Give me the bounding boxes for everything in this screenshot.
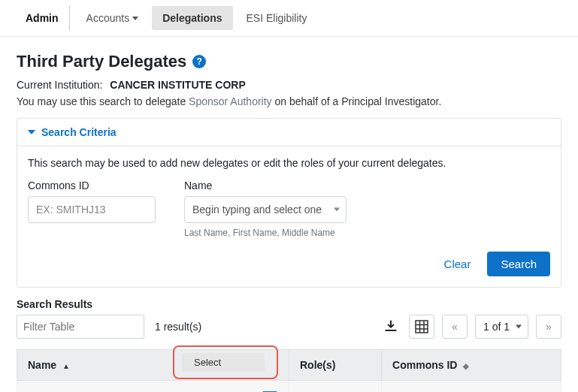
download-icon [383, 319, 398, 334]
table-row: SMITH, Joe ••• PI SMITH [17, 381, 561, 393]
menu-item-select[interactable]: Select [182, 353, 265, 372]
svg-rect-0 [416, 321, 428, 333]
hint-post: on behalf of a Principal Investigator. [272, 95, 442, 107]
page-title: Third Party Delegates ? [17, 52, 561, 71]
institution-name: CANCER INSTITUTE CORP [110, 79, 245, 91]
hint-pre: You may use this search to delegate [17, 95, 189, 107]
nav-esi[interactable]: ESI Eligibility [236, 6, 318, 30]
col-commons[interactable]: Commons ID ◆ [382, 350, 561, 381]
pager-next-button[interactable]: » [536, 315, 561, 339]
chevron-down-icon [516, 325, 522, 329]
panel-header[interactable]: Search Criteria [17, 119, 561, 146]
cell-commons: SMITH [382, 381, 561, 393]
cell-roles: PI [289, 381, 382, 393]
grid-view-button[interactable] [409, 315, 434, 339]
institution-label: Current Institution: [17, 79, 102, 91]
name-hint: Last Name, First Name, Middle Name [184, 228, 357, 238]
nav-accounts[interactable]: Accounts [76, 6, 150, 30]
col-name-label: Name [28, 359, 56, 371]
name-label: Name [184, 179, 357, 191]
nav-delegations[interactable]: Delegations [152, 6, 232, 30]
commons-id-label: Commons ID [28, 179, 163, 191]
grid-icon [415, 320, 428, 333]
hint-line: You may use this search to delegate Spon… [17, 95, 561, 107]
help-icon[interactable]: ? [192, 55, 206, 68]
sort-asc-icon: ▲ [62, 362, 70, 370]
chevron-down-icon [132, 17, 138, 20]
top-nav: Admin Accounts Delegations ESI Eligibili… [0, 0, 578, 37]
download-button[interactable] [380, 315, 401, 339]
name-combobox-placeholder: Begin typing and select one [192, 204, 322, 216]
page-title-text: Third Party Delegates [17, 52, 186, 71]
name-combobox[interactable]: Begin typing and select one [184, 196, 346, 223]
chevron-down-icon [28, 130, 35, 134]
hint-link[interactable]: Sponsor Authority [189, 95, 272, 107]
institution-line: Current Institution: CANCER INSTITUTE CO… [17, 79, 561, 91]
nav-accounts-label: Accounts [86, 12, 130, 24]
filter-table-input[interactable] [17, 315, 144, 339]
panel-title: Search Criteria [41, 126, 117, 138]
search-criteria-panel: Search Criteria This search may be used … [17, 118, 561, 288]
row-actions-menu: Select [173, 345, 278, 379]
results-count: 1 result(s) [155, 321, 201, 333]
col-roles[interactable]: Role(s) [289, 350, 382, 381]
commons-id-input[interactable] [28, 196, 156, 223]
results-table: Name ▲ Role(s) Commons ID ◆ SMITH, Joe •… [17, 349, 561, 392]
search-button[interactable]: Search [487, 252, 550, 276]
pager-select[interactable]: 1 of 1 [475, 315, 528, 339]
pager-label: 1 of 1 [483, 321, 510, 333]
clear-button[interactable]: Clear [437, 252, 479, 276]
panel-desc: This search may be used to add new deleg… [28, 157, 550, 169]
chevron-down-icon [334, 208, 340, 212]
nav-admin[interactable]: Admin [15, 6, 70, 30]
col-commons-label: Commons ID [392, 359, 457, 371]
sort-icon: ◆ [463, 362, 469, 370]
pager-prev-button[interactable]: « [442, 315, 468, 339]
results-heading: Search Results [17, 298, 561, 310]
